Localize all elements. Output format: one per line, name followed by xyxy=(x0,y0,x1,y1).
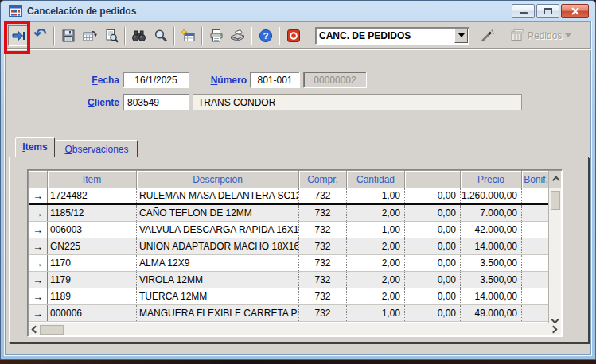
cell-descripcion: VALVULA DESCARGA RAPIDA 16X16MM xyxy=(137,222,299,238)
cell-precio: 1.260.000,00 xyxy=(461,188,522,203)
cell-item: 006003 xyxy=(48,222,137,238)
row-marker-icon: → xyxy=(29,288,48,304)
header-precio[interactable]: Precio xyxy=(461,171,522,188)
cell-bonif xyxy=(522,222,550,238)
toolbar-separator xyxy=(251,27,252,45)
cell-blank: 0,00 xyxy=(405,305,461,321)
combobox-dropdown-button[interactable] xyxy=(454,29,468,43)
cell-compr: 732 xyxy=(299,288,347,304)
tab-items[interactable]: Items xyxy=(15,137,55,157)
fax-print-button[interactable] xyxy=(227,25,248,46)
help-icon: ? xyxy=(259,29,273,43)
process-combobox[interactable]: CANC. DE PEDIDOS xyxy=(315,27,469,45)
cell-cantidad: 2,00 xyxy=(347,288,405,304)
minimize-icon xyxy=(520,12,528,14)
cell-blank: 0,00 xyxy=(405,255,461,271)
header-cantidad[interactable]: Cantidad xyxy=(347,171,405,188)
cell-descripcion: CAÑO TEFLON DE 12MM xyxy=(137,205,299,221)
undo-icon: ↶ xyxy=(34,26,47,41)
row-marker-icon: → xyxy=(29,272,48,288)
wand-icon xyxy=(480,29,494,43)
table-row[interactable]: → 000006 MANGUERA FLEXIBLE CARRETA PUNTA… xyxy=(29,305,561,322)
header-marker[interactable] xyxy=(29,171,48,188)
table-row[interactable]: → 006003 VALVULA DESCARGA RAPIDA 16X16MM… xyxy=(29,222,561,238)
cell-precio: 14.000,00 xyxy=(461,238,522,254)
go-button[interactable] xyxy=(8,25,29,46)
numero-label: Número xyxy=(196,75,247,86)
print-button[interactable] xyxy=(205,25,227,46)
table-row[interactable]: → 1170 ALMA 12X9 732 2,00 0,00 3.500,00 xyxy=(29,255,561,272)
grid-body: → 1724482 RULEMAN MASA DELANTERA SC124 P… xyxy=(29,188,561,322)
fecha-label: Fecha xyxy=(78,75,119,86)
cell-bonif xyxy=(522,255,550,271)
pedidos-button[interactable]: Pedidos xyxy=(507,26,575,45)
scroll-down-button[interactable] xyxy=(549,317,561,323)
chevron-left-icon[interactable] xyxy=(32,326,40,334)
cell-blank: 0,00 xyxy=(405,272,461,288)
undo-button[interactable]: ↶ xyxy=(29,25,51,46)
print-preview-button[interactable] xyxy=(100,25,122,46)
fecha-field[interactable]: 16/1/2025 xyxy=(123,72,189,88)
cell-cantidad: 2,00 xyxy=(347,238,405,254)
vertical-scrollbar-thumb[interactable] xyxy=(551,191,560,210)
items-tab-page: Item Descripción Compr. Cantidad Precio … xyxy=(9,157,589,343)
search-button[interactable] xyxy=(150,25,171,46)
cell-descripcion: VIROLA 12MM xyxy=(137,272,299,288)
chevron-down-icon xyxy=(458,33,465,37)
table-row[interactable]: → 1179 VIROLA 12MM 732 2,00 0,00 3.500,0… xyxy=(29,272,561,288)
horizontal-scrollbar[interactable] xyxy=(29,323,561,335)
cell-item: 1179 xyxy=(48,272,137,288)
table-row[interactable]: → 1189 TUERCA 12MM 732 2,00 0,00 14.000,… xyxy=(29,288,561,305)
row-marker-icon: → xyxy=(29,188,48,203)
new-window-icon xyxy=(181,29,196,43)
cell-item: 000006 xyxy=(48,305,137,321)
close-icon xyxy=(571,7,580,15)
cell-bonif xyxy=(522,205,550,221)
cell-bonif xyxy=(522,288,550,304)
close-button[interactable] xyxy=(561,4,589,18)
cell-item: 1185/12 xyxy=(48,205,137,221)
cell-cantidad: 2,00 xyxy=(347,205,405,221)
tab-observaciones[interactable]: Observaciones xyxy=(56,140,138,157)
header-blank[interactable] xyxy=(405,171,461,188)
table-row[interactable]: → 1185/12 CAÑO TEFLON DE 12MM 732 2,00 0… xyxy=(29,205,561,222)
toolbar-separator xyxy=(279,27,280,45)
table-row[interactable]: → 1724482 RULEMAN MASA DELANTERA SC124 P… xyxy=(29,188,561,205)
cell-compr: 732 xyxy=(299,188,347,203)
vertical-scrollbar[interactable] xyxy=(548,171,561,324)
window-title: Cancelación de pedidos xyxy=(27,6,136,17)
wizard-button[interactable] xyxy=(476,25,497,46)
fax-printer-icon xyxy=(230,29,245,43)
cell-precio: 42.000,00 xyxy=(461,222,522,238)
chevron-down-icon xyxy=(565,33,571,37)
scroll-up-button[interactable] xyxy=(549,171,561,188)
toolbar-separator xyxy=(201,27,203,45)
new-window-button[interactable] xyxy=(177,25,199,46)
chevron-right-icon[interactable] xyxy=(550,326,558,334)
toolbar-separator xyxy=(53,27,55,45)
find-button[interactable] xyxy=(128,25,150,46)
save-grid-button[interactable] xyxy=(79,25,100,46)
header-item[interactable]: Item xyxy=(48,171,137,188)
minimize-button[interactable] xyxy=(512,4,535,18)
printer-icon xyxy=(209,29,224,43)
cell-item: 1724482 xyxy=(48,188,137,203)
header-bonif[interactable]: Bonif. xyxy=(522,171,550,188)
exit-button[interactable] xyxy=(282,25,304,46)
table-row[interactable]: → GN225 UNION ADAPTADOR MACHO 18X16 732 … xyxy=(29,238,561,255)
save-icon xyxy=(61,29,76,43)
magnifier-icon xyxy=(154,29,168,43)
header-compr[interactable]: Compr. xyxy=(299,171,347,188)
cell-item: GN225 xyxy=(48,238,137,254)
cell-bonif xyxy=(522,272,550,288)
cell-compr: 732 xyxy=(299,305,347,321)
save-button[interactable] xyxy=(57,25,79,46)
help-button[interactable]: ? xyxy=(255,25,276,46)
cell-cantidad: 1,00 xyxy=(347,222,405,238)
horizontal-scrollbar-thumb[interactable] xyxy=(40,325,64,335)
numero-field[interactable]: 801-001 xyxy=(250,72,300,88)
cell-precio: 7.000,00 xyxy=(461,205,522,221)
cliente-code-field[interactable]: 803549 xyxy=(123,94,189,110)
maximize-button[interactable] xyxy=(536,4,559,18)
header-descripcion[interactable]: Descripción xyxy=(137,171,299,188)
